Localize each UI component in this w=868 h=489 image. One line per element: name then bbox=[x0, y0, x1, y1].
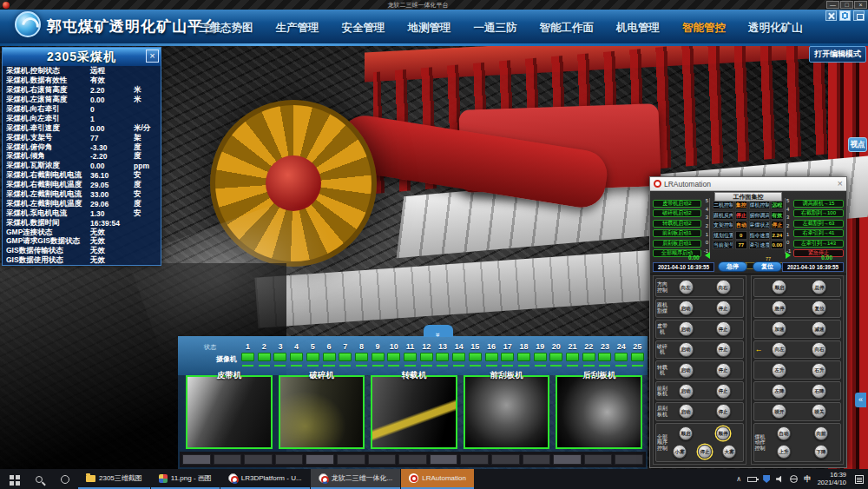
channel-indicator[interactable]: 21 bbox=[565, 342, 580, 373]
filmstrip-cell[interactable] bbox=[214, 454, 242, 465]
lr-right-button[interactable]: 调高跟机→15 bbox=[793, 200, 844, 208]
network-icon[interactable] bbox=[790, 475, 798, 483]
nav-item[interactable]: 透明化矿山 bbox=[748, 21, 803, 36]
control-button[interactable]: 向右 bbox=[812, 342, 826, 357]
control-button[interactable]: 加速 bbox=[772, 321, 786, 336]
minimize-button[interactable]: — bbox=[826, 1, 839, 9]
tray-expand-icon[interactable]: ∧ bbox=[736, 476, 741, 483]
slide-out-chevron-icon[interactable]: « bbox=[855, 393, 866, 407]
channel-indicator[interactable]: 14 bbox=[451, 342, 466, 373]
taskbar-app[interactable]: 11.png - 画图 bbox=[151, 469, 220, 489]
channel-indicator[interactable]: 2 bbox=[257, 342, 272, 373]
control-button[interactable]: 停止 bbox=[716, 363, 731, 378]
lr-left-button[interactable]: 后刮板启动1 bbox=[653, 240, 701, 248]
control-button[interactable]: 顺启 bbox=[679, 426, 693, 440]
control-button[interactable]: 向右 bbox=[716, 280, 731, 294]
control-button[interactable]: 停止 bbox=[716, 384, 731, 399]
maximize-button[interactable]: □ bbox=[840, 1, 853, 9]
speaker-icon[interactable] bbox=[776, 476, 784, 483]
lr-right-button[interactable]: 左牵引到→143 bbox=[793, 240, 844, 248]
control-button[interactable]: 左降 bbox=[772, 384, 786, 399]
control-button[interactable]: 右升 bbox=[812, 363, 826, 378]
control-button[interactable]: 下降 bbox=[814, 445, 828, 459]
control-button[interactable]: 启动 bbox=[679, 363, 694, 378]
taskbar-app[interactable]: 2305三维截图 bbox=[78, 469, 150, 489]
control-button[interactable]: 总停 bbox=[812, 280, 826, 294]
lr-right-button[interactable]: 右牵引到→41 bbox=[793, 229, 844, 237]
filmstrip-cell[interactable] bbox=[398, 454, 427, 465]
control-button[interactable]: 减速 bbox=[812, 321, 826, 336]
control-button[interactable]: 停止 bbox=[716, 321, 731, 336]
start-button[interactable] bbox=[0, 469, 26, 489]
channel-indicator[interactable]: 25 bbox=[630, 342, 645, 373]
control-button[interactable]: 小雾 bbox=[673, 445, 687, 459]
channel-indicator[interactable]: 10 bbox=[386, 342, 401, 373]
control-button[interactable]: 顺启 bbox=[772, 280, 786, 294]
filmstrip-cell[interactable] bbox=[523, 454, 551, 465]
restore-icon[interactable] bbox=[853, 10, 865, 21]
filmstrip-cell[interactable] bbox=[430, 454, 458, 465]
tools-icon[interactable] bbox=[825, 10, 837, 21]
lr-left-button[interactable]: 皮带机启动2 bbox=[653, 200, 701, 208]
filmstrip-cell[interactable] bbox=[275, 454, 304, 465]
lr-left-button[interactable]: 破碎机启动2 bbox=[653, 209, 701, 217]
taskbar-app[interactable]: LR3DPlatform - U... bbox=[220, 469, 310, 489]
filmstrip-cell[interactable] bbox=[615, 454, 643, 465]
control-button[interactable]: 启动 bbox=[679, 321, 694, 336]
control-button[interactable]: 向前 bbox=[814, 426, 828, 440]
control-button[interactable]: 停止 bbox=[698, 445, 712, 459]
channel-indicator[interactable]: 8 bbox=[354, 342, 369, 373]
search-button[interactable] bbox=[26, 469, 52, 489]
gear-icon[interactable] bbox=[839, 10, 851, 21]
filmstrip-cell[interactable] bbox=[337, 454, 365, 465]
control-button[interactable]: 顺停 bbox=[716, 426, 730, 440]
filmstrip-cell[interactable] bbox=[584, 454, 613, 465]
filmstrip-cell[interactable] bbox=[553, 454, 582, 465]
filmstrip-cell[interactable] bbox=[460, 454, 489, 465]
channel-indicator[interactable]: 16 bbox=[484, 342, 499, 373]
lr-left-button[interactable]: 转载机启动2 bbox=[653, 220, 701, 228]
channel-indicator[interactable]: 13 bbox=[435, 342, 450, 373]
channel-indicator[interactable]: 23 bbox=[597, 342, 612, 373]
close-icon[interactable]: × bbox=[146, 50, 159, 63]
lr-left-button[interactable]: 前刮板启动1 bbox=[653, 229, 701, 237]
channel-indicator[interactable]: 9 bbox=[371, 342, 385, 373]
nav-item[interactable]: 机电管理 bbox=[616, 21, 660, 36]
channel-indicator[interactable]: 20 bbox=[549, 342, 563, 373]
camera-thumb[interactable]: 转载机 bbox=[371, 375, 457, 449]
channel-indicator[interactable]: 12 bbox=[419, 342, 434, 373]
control-button[interactable]: 停止 bbox=[716, 404, 731, 419]
taskbar-app[interactable]: LRAutomation bbox=[401, 469, 474, 489]
control-button[interactable]: 停止 bbox=[716, 342, 731, 357]
control-button[interactable]: 上升 bbox=[777, 445, 791, 459]
camera-thumb[interactable]: 后刮板机 bbox=[556, 375, 642, 449]
control-button[interactable]: 复位 bbox=[812, 301, 826, 315]
control-button[interactable]: 急停 bbox=[772, 301, 786, 315]
channel-indicator[interactable]: 18 bbox=[516, 342, 531, 373]
channel-indicator[interactable]: 5 bbox=[306, 342, 320, 373]
channel-indicator[interactable]: 17 bbox=[500, 342, 515, 373]
control-button[interactable]: 左升 bbox=[772, 363, 786, 378]
filmstrip-cell[interactable] bbox=[244, 454, 273, 465]
channel-indicator[interactable]: 1 bbox=[240, 342, 255, 373]
camera-thumb[interactable]: 破碎机 bbox=[279, 375, 365, 449]
filmstrip-cell[interactable] bbox=[491, 454, 520, 465]
nav-item[interactable]: 智能工作面 bbox=[540, 21, 595, 36]
control-button[interactable]: 喷开 bbox=[772, 404, 786, 419]
control-button[interactable]: 喷关 bbox=[812, 404, 826, 419]
filmstrip-cell[interactable] bbox=[368, 454, 397, 465]
control-button[interactable]: 启动 bbox=[679, 384, 694, 399]
control-button[interactable]: 停止 bbox=[716, 301, 731, 315]
ime-indicator[interactable]: 中 bbox=[804, 474, 812, 485]
estop-button[interactable]: 急停 bbox=[718, 261, 747, 272]
viewpoint-tab[interactable]: 视点 bbox=[848, 137, 867, 152]
channel-indicator[interactable]: 15 bbox=[468, 342, 483, 373]
channel-indicator[interactable]: 3 bbox=[273, 342, 287, 373]
lr-right-button[interactable]: 右截割到→100 bbox=[793, 209, 844, 217]
taskbar-app[interactable]: 龙软二三维一体化... bbox=[311, 469, 401, 489]
channel-indicator[interactable]: 4 bbox=[289, 342, 304, 373]
battery-icon[interactable] bbox=[747, 477, 757, 482]
close-button[interactable]: × bbox=[854, 1, 867, 9]
control-button[interactable]: 启动 bbox=[679, 404, 694, 419]
nav-item[interactable]: 地测管理 bbox=[408, 21, 451, 36]
